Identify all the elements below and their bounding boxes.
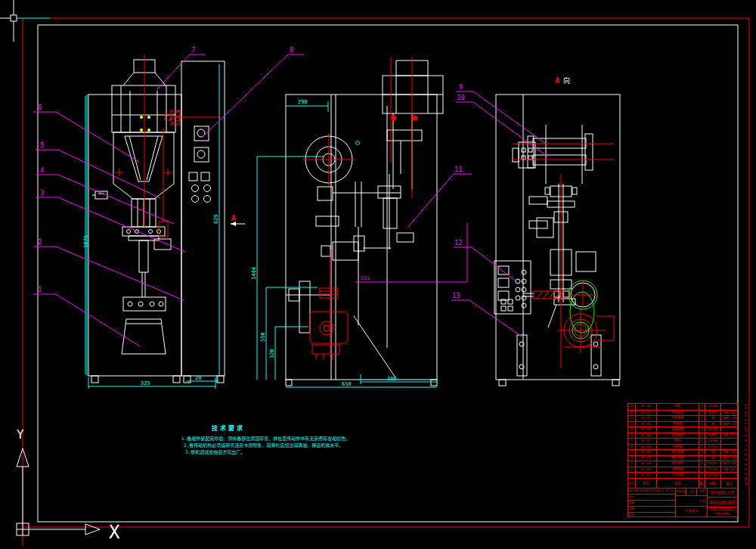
bom-cell: 2 [699,422,705,427]
bom-cell: 1 [699,427,705,433]
dim-left-height: 1875 [83,235,89,248]
dim-mid-width: 650 [342,381,352,387]
bom-row: 3JS—03牵引机构1HT200GB/T—07 [628,461,737,467]
dim-left-depth: 629 [213,214,219,224]
ucs-axis-icon [17,448,100,535]
bom-cell: T10A [705,467,721,473]
bom-cell: 1 [699,450,705,455]
bom-cell: 标准件 [705,433,721,439]
bom-header-cell: 数量 [699,479,705,489]
a-view [494,95,620,386]
callout-10: 10 [457,94,465,101]
bom-cell: HT200 [705,461,721,467]
bom-cell: 导料辊 [657,422,699,427]
title-block: 标记 处数 分区 更改文件号 签名 年、月、日 设计校核审核批准 阶段标记 重量… [627,488,738,517]
dim-mid-span: 511 [361,275,370,281]
title-block-identity: 哈尔滨理工大学 中药自动包装机 机械设计制造及其自动化 TJ14-B78 [708,489,737,516]
bom-cell: 下料装置 [657,473,699,478]
callout-9: 9 [459,83,463,91]
bom-cell: 1 [628,473,636,478]
bom-cell: JS—03 [636,461,657,467]
bom-row: 12JS—12电控面板1组合件GB—08 [628,410,737,416]
bom-cell: Q235A [705,473,721,478]
bom-header-cell: 序号 [628,479,636,489]
bom-cell [721,427,737,433]
bom-cell: 12 [628,411,636,416]
bom-cell: JS—05 [636,450,657,455]
bom-cell: JS—08 [636,433,657,439]
callout-8: 8 [290,46,293,54]
callout-2: 2 [38,238,42,246]
bom-header-cell: 代号 [636,479,657,489]
bom-cell: GB—08 [721,411,737,416]
bom-cell: GB—07 [721,433,737,439]
bom-cell: 纵封装置 [657,450,699,455]
bom-cell: JS—10 [636,422,657,427]
bom-row: 5JS—05纵封装置145GB—13 [628,449,737,455]
bom-cell: 10 [628,422,636,427]
bom-header: 序号代号名称数量材料备注 [628,478,737,489]
bom-table: 13JS—13机架1Q235A12JS—12电控面板1组合件GB—0811JS—… [627,403,738,489]
bom-cell: 11 [628,416,636,421]
sign-label: 设计 [628,495,675,501]
bom-cell: 控制按钮 [657,433,699,439]
bom-cell: GB/T—12 [721,456,737,461]
cad-drawing-sheet: Y X [0,0,756,549]
finished-bag [122,319,166,354]
side-view-centerlines [302,57,412,360]
bom-cell: GB—13 [721,450,737,455]
section-arrow-label: A [231,214,236,222]
mark-row: 标记 处数 分区 更改文件号 签名 年、月、日 [628,489,675,495]
side-view [286,60,443,386]
callout-4: 4 [40,166,44,174]
stage-label: 阶段标记 [676,489,686,495]
bom-row: 7JS—07料斗1Q235A [628,438,737,444]
dim-left-width: 325 [141,380,150,386]
bom-cell: 1 [699,467,705,473]
bom-cell: 1 [699,439,705,444]
note-line-1: 1.各组件装配完毕后，须将各部位紧固牢靠，并检查传动件中有无杂质存在和损伤。 [181,436,350,442]
note-line-3: 3.整机调试合格后方可出厂。 [185,449,245,455]
bom-cell: JS—11 [636,416,657,421]
scale-value: 1:4 [676,496,707,507]
drive-motor [310,312,348,343]
bom-cell: 放卷装置 [657,427,699,433]
callout-11: 11 [454,166,463,173]
callout-5: 5 [40,141,44,149]
bom-cell [721,445,737,450]
bom-row: 11JS—11传动系统145GB/T—14 [628,415,737,421]
crosshair-cursor[interactable] [0,0,17,42]
bom-cell: 45 [705,450,721,455]
bom-cell: 5 [628,450,636,455]
bom-cell: 1Cr18 [705,445,721,450]
dim-base-height: 320 [269,349,275,358]
bag-clamp [123,297,166,311]
bom-cell: 牵引机构 [657,461,699,467]
bom-row: 9JS—09放卷装置1Q235A [628,426,737,433]
bom-cell: 3 [628,461,636,467]
bom-cell: 1 [699,416,705,421]
bom-cell: 电控面板 [657,411,699,416]
bom-cell: GB/T—14 [721,416,737,421]
callout-1: 1 [38,286,42,293]
dim-panel-width: 20 [195,375,201,381]
bom-row: 13JS—13机架1Q235A [628,404,737,410]
bom-cell: JS—07 [636,439,657,444]
notes-title: 技术要求 [212,424,245,432]
y-axis-label: Y [17,427,24,442]
bom-cell: 45 [705,422,721,427]
bom-side-index: 13 12 11 10 9 8 7 6 5 4 3 2 1 序号 [742,404,748,489]
bom-cell: JS—12 [636,411,657,416]
bom-cell: 45 [705,456,721,461]
sheet-info: 共 张 第 张 [676,507,707,516]
bom-cell: Q235A [705,439,721,444]
bom-cell [721,439,737,444]
seal-point-dots [140,116,150,132]
bom-cell: 7 [628,439,636,444]
bom-cell: 45 [705,416,721,421]
panel-button [194,147,209,162]
bom-cell: GB/T—14 [721,422,737,427]
bom-cell: 2 [628,467,636,473]
bom-cell: 切断装置 [657,467,699,473]
bom-cell: JS—02 [636,467,657,473]
